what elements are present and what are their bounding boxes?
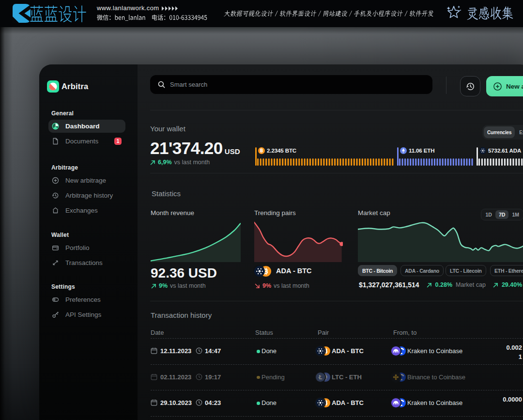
tx-date: 12.11.2023 xyxy=(160,347,191,355)
trend-up-icon xyxy=(493,282,498,288)
banner-brand-text xyxy=(30,3,90,24)
sidebar-item-documents[interactable]: Documents1 xyxy=(48,135,125,148)
tx-date: 02.11.2023 xyxy=(160,373,191,381)
sidebar-item-transactions[interactable]: Transactions xyxy=(48,256,125,269)
tab-currencies[interactable]: Currencies xyxy=(484,126,515,138)
pie-chart-icon xyxy=(52,123,59,130)
status-dot xyxy=(257,350,260,353)
coin-pill-ltc[interactable]: LTC - Litecoin xyxy=(446,265,486,276)
table-row[interactable]: 02.11.2023 19:17 Pending Ł LTC - ETH Bin… xyxy=(138,364,523,390)
sidebar-section-general: General xyxy=(51,110,74,117)
segment-label: 11.06 ETH xyxy=(400,147,434,154)
banner-menu[interactable] xyxy=(223,7,438,19)
wallet-segment-amount: 2.2345 BTC xyxy=(267,148,296,154)
ada-coin-icon xyxy=(316,398,325,407)
trending-pair-icons: B xyxy=(254,266,271,279)
wallet-segment-eth: 11.06 ETH xyxy=(397,147,477,166)
ada-coin-icon xyxy=(254,266,263,275)
top-banner: www.lanlanwork.com xyxy=(0,0,523,27)
app-logo: Arbitra xyxy=(47,80,89,93)
wallet-icon xyxy=(52,244,59,251)
ada-coin-icon xyxy=(479,147,486,154)
table-row[interactable]: 12.11.2023 14:47 Done B ADA - BTC Kraken… xyxy=(138,338,523,364)
row-divider xyxy=(151,416,523,417)
tx-time: 14:47 xyxy=(205,347,221,355)
tx-time: 04:23 xyxy=(205,399,221,406)
column-fromto: From, to xyxy=(393,329,416,336)
header-divider xyxy=(446,77,446,94)
sidebar-item-portfolio[interactable]: Portfolio xyxy=(48,241,125,254)
range-tabs: 1D 7D 1M xyxy=(481,209,523,220)
search-bar[interactable] xyxy=(150,75,432,94)
status-badge: Pending xyxy=(262,373,285,381)
tx-time: 19:17 xyxy=(205,373,221,381)
status-badge: Done xyxy=(262,399,277,406)
cap-label: Market cap xyxy=(456,281,486,288)
trend-up-icon xyxy=(151,283,156,289)
range-tab-7d[interactable]: 7D xyxy=(495,210,508,219)
new-arbitrage-button[interactable]: New arbitrage xyxy=(486,76,523,96)
toggle-icon xyxy=(52,296,59,303)
sidebar-item-new-arbitrage[interactable]: New arbitrage xyxy=(48,174,125,187)
coin-pair-icons xyxy=(391,373,405,382)
range-tab-1m[interactable]: 1M xyxy=(509,210,523,219)
market-cap-value: $1,327,027,361,514 xyxy=(359,281,419,289)
row-divider xyxy=(151,390,523,390)
wallet-tabs: Currencies Exchanges xyxy=(482,125,523,140)
documents-badge: 1 xyxy=(114,138,122,145)
pair-icons: B xyxy=(316,398,330,409)
coin-pill-ada[interactable]: ADA - Cardano xyxy=(400,265,444,276)
coin-pair-icons xyxy=(391,346,405,356)
collect-icon xyxy=(446,4,462,20)
table-row[interactable]: 29.10.2023 04:23 Done B ADA - BTC Kraken… xyxy=(138,390,523,416)
clock-icon xyxy=(196,347,202,354)
sidebar-item-preferences[interactable]: Preferences xyxy=(48,293,125,306)
trend-up-icon xyxy=(150,160,155,165)
banner-arrows xyxy=(162,6,179,11)
coin-pill-btc[interactable]: BTC - Bitcoin xyxy=(358,265,397,276)
document-icon xyxy=(52,138,59,145)
wallet-segment-amount: 11.06 ETH xyxy=(409,148,434,154)
coin-pair-icons: Ł xyxy=(316,373,330,382)
calendar-icon xyxy=(151,399,157,406)
status-badge: Done xyxy=(262,347,277,355)
range-tab-1d[interactable]: 1D xyxy=(482,210,495,219)
sidebar-item-arbitrage-history[interactable]: Arbitrage history xyxy=(48,189,125,202)
history-button[interactable] xyxy=(460,76,480,96)
clock-icon xyxy=(196,373,202,380)
history-icon xyxy=(52,192,59,199)
barcode-bars xyxy=(477,158,523,166)
sidebar-item-dashboard[interactable]: Dashboard xyxy=(48,120,125,133)
calendar-icon xyxy=(151,347,157,354)
banner-collect-text[interactable] xyxy=(466,5,517,22)
column-status: Status xyxy=(255,329,273,336)
wallet-amount: 21'374.20USD xyxy=(150,139,240,158)
wallet-change: 6,9% vs last month xyxy=(150,159,210,166)
search-input[interactable] xyxy=(170,81,402,88)
sparkle-star-icon xyxy=(446,4,462,20)
status-dot xyxy=(257,402,260,405)
coin-pill-eth[interactable]: ETH - Ethereum xyxy=(490,265,523,276)
tx-route: Binance to Coinbase xyxy=(407,373,465,381)
sidebar-item-api-settings[interactable]: API Settings xyxy=(48,308,125,321)
sidebar-item-exchanges[interactable]: Exchanges xyxy=(48,204,125,217)
sidebar-section-settings: Settings xyxy=(51,283,75,290)
tab-exchanges[interactable]: Exchanges xyxy=(516,126,523,138)
segment-label: B2.2345 BTC xyxy=(258,147,296,154)
wallet-segment-ada: 5732.61 ADA xyxy=(477,147,523,166)
status-dot xyxy=(257,376,260,379)
section-divider xyxy=(150,173,523,173)
market-cap-chart xyxy=(358,221,523,262)
pair-icons: Ł xyxy=(316,373,330,384)
trending-pair-name: ADA - BTC xyxy=(276,267,312,275)
column-date: Date xyxy=(151,329,164,336)
tx-route: Kraken to Coinbase xyxy=(407,399,462,406)
lanlan-logo-icon xyxy=(13,4,31,23)
banner-arrows-icon xyxy=(162,6,179,11)
wallet-segment-btc: B2.2345 BTC xyxy=(255,147,397,166)
barcode-bars xyxy=(255,158,397,166)
tx-pair: LTC - ETH xyxy=(332,373,362,381)
svg-text:Ł: Ł xyxy=(318,373,323,380)
market-cap-label: Market cap xyxy=(358,209,390,217)
month-revenue-label: Month revenue xyxy=(151,209,194,217)
